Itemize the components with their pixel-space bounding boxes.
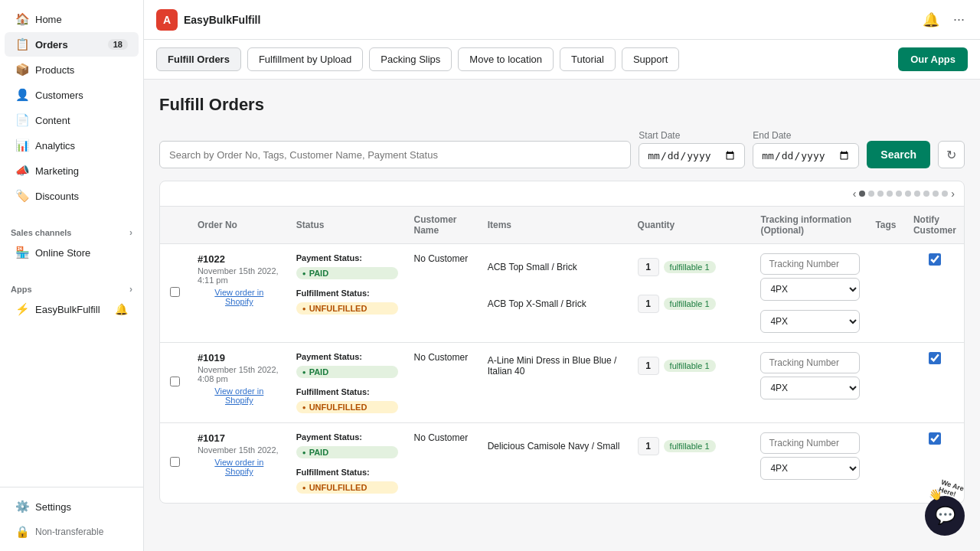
- sidebar-item-easybulkfulfill[interactable]: ⚡ EasyBulkFulfill 🔔: [5, 297, 139, 321]
- chat-widget[interactable]: We AreHere! 👋 💬: [925, 496, 965, 536]
- carrier-select[interactable]: 4PXDHLFedExUPSUSPS: [760, 310, 860, 333]
- sidebar-item-label: Content: [35, 115, 70, 126]
- order-status-cell: Payment Status: PAID Fulfillment Status:…: [289, 244, 407, 343]
- payment-label: Payment Status:: [296, 352, 399, 361]
- view-order-link[interactable]: View order inShopify: [198, 386, 281, 405]
- payment-label: Payment Status:: [296, 253, 399, 262]
- apps-chevron: ›: [129, 284, 132, 295]
- fulfillable-badge: fulfillable 1: [664, 261, 716, 273]
- chat-icon: 💬: [935, 506, 956, 526]
- discounts-icon: 🏷️: [15, 189, 29, 203]
- fulfillment-badge: UNFULFILLED: [296, 401, 399, 413]
- order-checkbox-order-1017[interactable]: [160, 423, 190, 504]
- pagination-dots: ‹ ›: [160, 181, 964, 207]
- dot-1: [859, 191, 865, 197]
- order-tracking-cell: 4PXDHLFedExUPSUSPS 4PXDHLFedExUPSUSPS: [753, 244, 867, 343]
- tracking-number-input[interactable]: [760, 352, 860, 373]
- topbar: A EasyBulkFulfill 🔔 ···: [144, 0, 980, 40]
- order-number-cell: #1022 November 15th 2022, 4:11 pm View o…: [190, 244, 289, 343]
- pagination-prev[interactable]: ‹: [853, 187, 857, 200]
- sidebar-item-orders[interactable]: 📋 Orders 18: [5, 32, 139, 57]
- dot-9: [933, 191, 939, 197]
- sales-channels-chevron: ›: [129, 227, 132, 238]
- fulfillment-badge: UNFULFILLED: [296, 481, 399, 494]
- order-tracking-cell: 4PXDHLFedExUPSUSPS: [753, 423, 867, 504]
- dot-10: [942, 191, 948, 197]
- sidebar-item-label: Non-transferable: [35, 527, 103, 537]
- order-select-checkbox[interactable]: [170, 377, 180, 386]
- orders-icon: 📋: [15, 37, 29, 51]
- notify-customer-checkbox[interactable]: [929, 253, 941, 266]
- sidebar-item-non-transferable[interactable]: 🔒 Non-transferable: [5, 520, 139, 544]
- tracking-row: 4PXDHLFedExUPSUSPS: [760, 432, 860, 480]
- view-order-link[interactable]: View order inShopify: [198, 458, 281, 476]
- sidebar-item-settings[interactable]: ⚙️ Settings: [5, 494, 139, 519]
- col-items: Items: [480, 207, 630, 244]
- tab-support[interactable]: Support: [622, 47, 680, 71]
- carrier-select[interactable]: 4PXDHLFedExUPSUSPS: [760, 278, 860, 301]
- start-date-input[interactable]: [639, 143, 745, 168]
- pagination-next[interactable]: ›: [951, 187, 955, 200]
- more-options-button[interactable]: ···: [950, 8, 968, 31]
- fulfillment-label: Fulfillment Status:: [296, 289, 399, 298]
- sidebar-item-discounts[interactable]: 🏷️ Discounts: [5, 184, 139, 208]
- orders-table-card: ‹ › Order No Status: [159, 181, 965, 504]
- end-date-input[interactable]: [753, 143, 859, 168]
- carrier-select[interactable]: 4PXDHLFedExUPSUSPS: [760, 377, 860, 399]
- order-notify-cell[interactable]: [906, 343, 964, 423]
- dot-5: [896, 191, 902, 197]
- search-input[interactable]: [159, 141, 631, 168]
- products-icon: 📦: [15, 63, 29, 77]
- col-notify: Notify Customer: [906, 207, 964, 244]
- quantity-row: 1 fulfillable 1: [638, 290, 746, 318]
- order-checkbox-order-1019[interactable]: [160, 343, 190, 423]
- sidebar-item-analytics[interactable]: 📊 Analytics: [5, 133, 139, 158]
- status-block: Payment Status: PAID Fulfillment Status:…: [296, 352, 399, 413]
- table-row: #1022 November 15th 2022, 4:11 pm View o…: [160, 244, 964, 343]
- customer-name: No Customer: [413, 432, 468, 443]
- our-apps-button[interactable]: Our Apps: [898, 47, 968, 71]
- tab-fulfillment-by-upload[interactable]: Fulfillment by Upload: [247, 47, 363, 71]
- sidebar-item-customers[interactable]: 👤 Customers: [5, 83, 139, 107]
- sidebar-item-marketing[interactable]: 📣 Marketing: [5, 158, 139, 183]
- bell-icon: 🔔: [115, 303, 128, 315]
- sidebar-item-content[interactable]: 📄 Content: [5, 108, 139, 132]
- chat-button[interactable]: 💬: [925, 496, 965, 536]
- sidebar: 🏠 Home 📋 Orders 18 📦 Products 👤 Customer…: [0, 0, 144, 551]
- view-order-link[interactable]: View order inShopify: [198, 288, 281, 306]
- sidebar-item-online-store[interactable]: 🏪 Online Store: [5, 240, 139, 265]
- tab-packing-slips[interactable]: Packing Slips: [369, 47, 452, 71]
- dot-3: [877, 191, 884, 197]
- order-notify-cell[interactable]: [906, 244, 964, 343]
- tracking-number-input[interactable]: [760, 432, 860, 454]
- tab-tutorial[interactable]: Tutorial: [560, 47, 616, 71]
- dot-8: [923, 191, 929, 197]
- tab-move-to-location[interactable]: Move to location: [458, 47, 554, 71]
- order-select-checkbox[interactable]: [170, 287, 180, 297]
- customer-name: No Customer: [413, 352, 468, 363]
- content-icon: 📄: [15, 113, 29, 127]
- col-quantity: Quantity: [630, 207, 753, 244]
- search-button[interactable]: Search: [867, 141, 930, 168]
- notify-customer-checkbox[interactable]: [929, 432, 941, 445]
- order-checkbox-order-1022[interactable]: [160, 244, 190, 343]
- bell-button[interactable]: 🔔: [920, 8, 942, 31]
- refresh-button[interactable]: ↻: [938, 141, 965, 168]
- online-store-icon: 🏪: [15, 246, 29, 259]
- sidebar-item-label: EasyBulkFulfill: [35, 304, 100, 315]
- item-name: ACB Top X-Small / Brick: [488, 298, 586, 309]
- filter-bar: Start Date End Date Search ↻: [159, 130, 965, 168]
- sidebar-item-products[interactable]: 📦 Products: [5, 57, 139, 82]
- quantity-value: 1: [638, 357, 659, 375]
- order-status-cell: Payment Status: PAID Fulfillment Status:…: [289, 343, 407, 423]
- quantity-row: 1 fulfillable 1: [638, 352, 746, 380]
- tracking-row: 4PXDHLFedExUPSUSPS: [760, 310, 860, 333]
- tab-fulfill-orders[interactable]: Fulfill Orders: [156, 47, 241, 71]
- notify-customer-checkbox[interactable]: [929, 352, 941, 364]
- order-tracking-cell: 4PXDHLFedExUPSUSPS: [753, 343, 867, 423]
- tracking-number-input[interactable]: [760, 253, 860, 275]
- sidebar-item-home[interactable]: 🏠 Home: [5, 7, 139, 31]
- carrier-select[interactable]: 4PXDHLFedExUPSUSPS: [760, 457, 860, 480]
- order-items-cell: ACB Top Small / BrickACB Top X-Small / B…: [480, 244, 630, 343]
- order-select-checkbox[interactable]: [170, 457, 180, 467]
